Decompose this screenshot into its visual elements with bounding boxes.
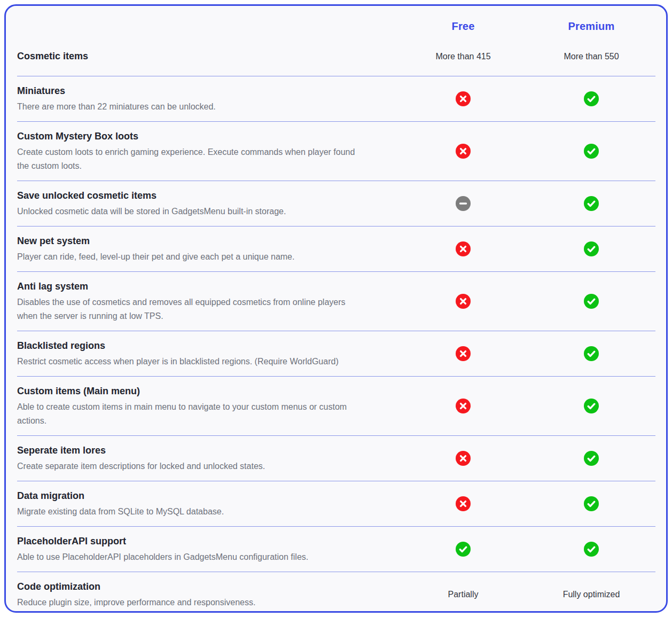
- feature-description: Create custom loots to enrich gaming exp…: [17, 145, 367, 173]
- feature-row: New pet system Player can ride, feed, le…: [17, 226, 655, 271]
- feature-row: Custom Mystery Box loots Create custom l…: [17, 121, 655, 181]
- feature-comparison-card: Free Premium Cosmetic items More than 41…: [4, 4, 668, 613]
- premium-status-cell: [527, 294, 655, 309]
- feature-description: Create separate item descriptions for lo…: [17, 459, 367, 473]
- feature-row: Data migration Migrate existing data fro…: [17, 481, 655, 526]
- free-status-cell: [399, 542, 527, 557]
- premium-status-cell: [527, 91, 655, 106]
- check-icon: [584, 196, 599, 211]
- feature-row: Blacklisted regions Restrict cosmetic ac…: [17, 331, 655, 376]
- free-status-cell: [399, 496, 527, 511]
- feature-title: Anti lag system: [17, 279, 388, 294]
- free-status-text: Partially: [448, 590, 479, 599]
- check-icon: [584, 542, 599, 557]
- feature-row: Save unlocked cosmetic items Unlocked co…: [17, 181, 655, 226]
- feature-row: Anti lag system Disables the use of cosm…: [17, 271, 655, 331]
- plan-label-premium: Premium: [527, 20, 655, 33]
- cross-icon: [456, 144, 471, 159]
- feature-row: Seperate item lores Create separate item…: [17, 435, 655, 481]
- feature-description: Able to use PlaceholderAPI placeholders …: [17, 550, 367, 564]
- feature-text-block: Anti lag system Disables the use of cosm…: [17, 279, 399, 323]
- feature-rows: Miniatures There are more than 22 miniat…: [17, 76, 655, 613]
- free-status-cell: [399, 196, 527, 211]
- minus-icon: [456, 196, 471, 211]
- feature-title: Seperate item lores: [17, 443, 388, 458]
- feature-title: Miniatures: [17, 84, 388, 98]
- feature-description: There are more than 22 miniatures can be…: [17, 100, 367, 114]
- plan-label-free: Free: [399, 20, 527, 33]
- cross-icon: [456, 399, 471, 413]
- free-status-cell: Partially: [399, 590, 527, 599]
- feature-description: Disables the use of cosmetics and remove…: [17, 295, 367, 323]
- free-status-cell: [399, 346, 527, 361]
- check-icon: [584, 451, 599, 466]
- cross-icon: [456, 241, 471, 256]
- premium-status-cell: [527, 346, 655, 361]
- check-icon: [584, 294, 599, 309]
- feature-row: Custom items (Main menu) Able to create …: [17, 376, 655, 435]
- feature-description: Restrict cosmetic access when player is …: [17, 355, 367, 369]
- free-status-cell: [399, 399, 527, 413]
- premium-status-cell: [527, 542, 655, 557]
- feature-row: Code optimization Reduce plugin size, im…: [17, 572, 655, 613]
- premium-status-cell: [527, 144, 655, 159]
- cross-icon: [456, 451, 471, 466]
- feature-description: Unlocked cosmetic data will be stored in…: [17, 205, 367, 218]
- check-icon: [584, 346, 599, 361]
- cosmetic-items-summary-row: Cosmetic items More than 415 More than 5…: [17, 51, 655, 76]
- feature-text-block: Seperate item lores Create separate item…: [17, 443, 399, 473]
- check-icon: [456, 542, 471, 557]
- feature-text-block: Blacklisted regions Restrict cosmetic ac…: [17, 339, 399, 369]
- feature-text-block: Custom items (Main menu) Able to create …: [17, 384, 399, 428]
- check-icon: [584, 91, 599, 106]
- feature-description: Player can ride, feed, level-up their pe…: [17, 250, 367, 264]
- cross-icon: [456, 91, 471, 106]
- feature-title: Data migration: [17, 489, 388, 503]
- feature-description: Able to create custom items in main menu…: [17, 400, 367, 428]
- free-status-cell: [399, 144, 527, 159]
- feature-row: Miniatures There are more than 22 miniat…: [17, 76, 655, 121]
- summary-free-value: More than 415: [399, 52, 527, 61]
- feature-text-block: New pet system Player can ride, feed, le…: [17, 234, 399, 264]
- premium-status-text: Fully optimized: [563, 590, 620, 599]
- free-status-cell: [399, 294, 527, 309]
- cross-icon: [456, 346, 471, 361]
- cross-icon: [456, 294, 471, 309]
- feature-text-block: Data migration Migrate existing data fro…: [17, 489, 399, 519]
- feature-text-block: Custom Mystery Box loots Create custom l…: [17, 129, 399, 173]
- summary-title: Cosmetic items: [17, 51, 399, 62]
- feature-title: Blacklisted regions: [17, 339, 388, 353]
- premium-status-cell: [527, 496, 655, 511]
- feature-description: Migrate existing data from SQLite to MyS…: [17, 505, 367, 519]
- premium-status-cell: [527, 399, 655, 413]
- check-icon: [584, 399, 599, 413]
- feature-text-block: PlaceholderAPI support Able to use Place…: [17, 534, 399, 564]
- feature-text-block: Code optimization Reduce plugin size, im…: [17, 580, 399, 610]
- summary-premium-value: More than 550: [527, 52, 655, 61]
- check-icon: [584, 144, 599, 159]
- feature-row: PlaceholderAPI support Able to use Place…: [17, 526, 655, 572]
- plan-header-row: Free Premium: [17, 6, 655, 33]
- feature-title: Custom Mystery Box loots: [17, 129, 388, 144]
- free-status-cell: [399, 241, 527, 256]
- feature-text-block: Miniatures There are more than 22 miniat…: [17, 84, 399, 114]
- free-status-cell: [399, 451, 527, 466]
- feature-title: New pet system: [17, 234, 388, 248]
- feature-description: Reduce plugin size, improve performance …: [17, 596, 367, 610]
- check-icon: [584, 496, 599, 511]
- premium-status-cell: [527, 451, 655, 466]
- feature-title: PlaceholderAPI support: [17, 534, 388, 549]
- check-icon: [584, 241, 599, 256]
- premium-status-cell: [527, 241, 655, 256]
- premium-status-cell: [527, 196, 655, 211]
- premium-status-cell: Fully optimized: [527, 590, 655, 599]
- feature-title: Custom items (Main menu): [17, 384, 388, 399]
- feature-title: Save unlocked cosmetic items: [17, 189, 388, 203]
- feature-text-block: Save unlocked cosmetic items Unlocked co…: [17, 189, 399, 218]
- free-status-cell: [399, 91, 527, 106]
- cross-icon: [456, 496, 471, 511]
- feature-title: Code optimization: [17, 580, 388, 594]
